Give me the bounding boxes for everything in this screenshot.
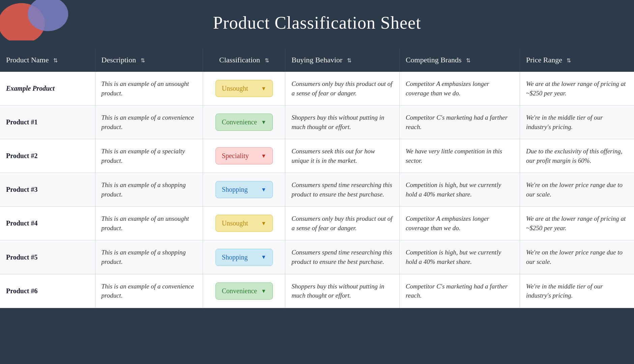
price-range-cell: We are at the lower range of pricing at … [520, 207, 634, 240]
header-area: Product Classification Sheet [0, 0, 634, 48]
th-description[interactable]: Description ⇅ [95, 48, 203, 72]
classification-cell: Convenience▼ [203, 274, 285, 308]
badge-convenience[interactable]: Convenience▼ [215, 282, 273, 300]
th-price-range[interactable]: Price Range ⇅ [520, 48, 634, 72]
product-name-cell: Product #5 [0, 240, 95, 274]
filter-icon-competing[interactable]: ⇅ [466, 57, 470, 64]
badge-speciality[interactable]: Speciality▼ [215, 147, 273, 164]
competing-brands-cell: We have very little competition in this … [399, 139, 520, 173]
badge-shopping[interactable]: Shopping▼ [215, 249, 273, 266]
dropdown-arrow-icon: ▼ [261, 186, 266, 193]
dropdown-arrow-icon: ▼ [261, 118, 266, 126]
classification-cell: Shopping▼ [203, 240, 285, 274]
dropdown-arrow-icon: ▼ [261, 152, 266, 160]
price-range-cell: We're on the lower price range due to ou… [520, 240, 634, 274]
classification-cell: Unsought▼ [203, 207, 285, 240]
price-range-cell: Due to the exclusivity of this offering,… [520, 139, 634, 173]
table-row: Product #5This is an example of a shoppi… [0, 240, 634, 274]
product-name-cell: Example Product [0, 72, 95, 105]
filter-icon-description[interactable]: ⇅ [141, 57, 145, 64]
classification-cell: Unsought▼ [203, 72, 285, 105]
badge-shopping[interactable]: Shopping▼ [215, 181, 273, 198]
badge-label: Speciality [222, 151, 249, 161]
competing-brands-cell: Competition is high, but we currently ho… [399, 240, 520, 274]
table-row: Product #2This is an example of a specia… [0, 139, 634, 173]
table-row: Example ProductThis is an example of an … [0, 72, 634, 105]
th-product-name[interactable]: Product Name ⇅ [0, 48, 95, 72]
competing-brands-cell: Competitor A emphasizes longer coverage … [399, 72, 520, 105]
classification-cell: Convenience▼ [203, 105, 285, 139]
th-classification[interactable]: Classification ⇅ [203, 48, 285, 72]
description-cell: This is an example of a shopping product… [95, 173, 203, 207]
product-table: Product Name ⇅ Description ⇅ Classificat… [0, 48, 634, 308]
badge-label: Convenience [222, 117, 257, 127]
description-cell: This is an example of a shopping product… [95, 240, 203, 274]
filter-icon-classification[interactable]: ⇅ [265, 57, 269, 64]
table-row: Product #3This is an example of a shoppi… [0, 173, 634, 207]
dropdown-arrow-icon: ▼ [261, 219, 266, 227]
table-header-row: Product Name ⇅ Description ⇅ Classificat… [0, 48, 634, 72]
buying-behavior-cell: Shoppers buy this without putting in muc… [285, 274, 399, 308]
badge-unsought[interactable]: Unsought▼ [215, 215, 273, 232]
competing-brands-cell: Competitor A emphasizes longer coverage … [399, 207, 520, 240]
buying-behavior-cell: Consumers spend time researching this pr… [285, 173, 399, 207]
badge-unsought[interactable]: Unsought▼ [215, 80, 273, 97]
classification-cell: Shopping▼ [203, 173, 285, 207]
decorative-blobs [0, 0, 74, 40]
description-cell: This is an example of a convenience prod… [95, 274, 203, 308]
product-name-cell: Product #4 [0, 207, 95, 240]
description-cell: This is an example of an unsought produc… [95, 207, 203, 240]
filter-icon-buying[interactable]: ⇅ [347, 57, 351, 64]
dropdown-arrow-icon: ▼ [261, 253, 266, 261]
description-cell: This is an example of a convenience prod… [95, 105, 203, 139]
description-cell: This is an example of a specialty produc… [95, 139, 203, 173]
competing-brands-cell: Competition is high, but we currently ho… [399, 173, 520, 207]
filter-icon-product[interactable]: ⇅ [53, 57, 58, 64]
table-row: Product #4This is an example of an unsou… [0, 207, 634, 240]
dropdown-arrow-icon: ▼ [261, 85, 266, 92]
product-name-cell: Product #2 [0, 139, 95, 173]
price-range-cell: We are at the lower range of pricing at … [520, 72, 634, 105]
dropdown-arrow-icon: ▼ [261, 287, 266, 295]
competing-brands-cell: Competitor C's marketing had a farther r… [399, 274, 520, 308]
competing-brands-cell: Competitor C's marketing had a farther r… [399, 105, 520, 139]
buying-behavior-cell: Consumers only buy this product out of a… [285, 72, 399, 105]
price-range-cell: We're in the middle tier of our industry… [520, 274, 634, 308]
table-row: Product #6This is an example of a conven… [0, 274, 634, 308]
product-name-cell: Product #1 [0, 105, 95, 139]
filter-icon-price[interactable]: ⇅ [567, 57, 571, 64]
th-competing-brands[interactable]: Competing Brands ⇅ [399, 48, 520, 72]
description-cell: This is an example of an unsought produc… [95, 72, 203, 105]
price-range-cell: We're on the lower price range due to ou… [520, 173, 634, 207]
buying-behavior-cell: Shoppers buy this without putting in muc… [285, 105, 399, 139]
badge-label: Shopping [222, 252, 248, 262]
badge-label: Unsought [222, 218, 248, 228]
badge-label: Shopping [222, 185, 248, 194]
page-title: Product Classification Sheet [0, 6, 634, 42]
buying-behavior-cell: Consumers seek this out for how unique i… [285, 139, 399, 173]
table-row: Product #1This is an example of a conven… [0, 105, 634, 139]
th-buying-behavior[interactable]: Buying Behavior ⇅ [285, 48, 399, 72]
product-name-cell: Product #3 [0, 173, 95, 207]
badge-label: Convenience [222, 286, 257, 296]
badge-label: Unsought [222, 84, 248, 93]
buying-behavior-cell: Consumers spend time researching this pr… [285, 240, 399, 274]
badge-convenience[interactable]: Convenience▼ [215, 114, 273, 131]
classification-cell: Speciality▼ [203, 139, 285, 173]
table-container: Product Name ⇅ Description ⇅ Classificat… [0, 48, 634, 308]
buying-behavior-cell: Consumers only buy this product out of a… [285, 207, 399, 240]
price-range-cell: We're in the middle tier of our industry… [520, 105, 634, 139]
product-name-cell: Product #6 [0, 274, 95, 308]
